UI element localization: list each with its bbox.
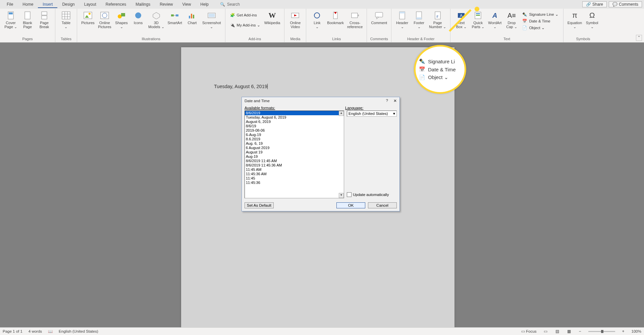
tab-design[interactable]: Design xyxy=(57,1,79,8)
pictures-button[interactable]: Pictures xyxy=(80,10,96,25)
available-formats-listbox[interactable]: ▲ ▼ 8/6/2019Tuesday, August 6, 2019Augus… xyxy=(245,111,344,198)
scroll-up-arrow[interactable]: ▲ xyxy=(339,111,344,116)
icons-button[interactable]: Icons xyxy=(130,10,146,25)
online-video-button[interactable]: OnlineVideo xyxy=(287,10,303,29)
cross-reference-button[interactable]: Cross-reference xyxy=(346,10,364,29)
wikipedia-button[interactable]: WWikipedia xyxy=(263,10,282,25)
online-pictures-button[interactable]: OnlinePictures xyxy=(97,10,113,29)
my-addins-button[interactable]: 🔌My Add-ins ⌄ xyxy=(228,22,262,28)
tab-file[interactable]: File xyxy=(2,1,18,8)
group-label-text: Text xyxy=(453,36,560,42)
link-button[interactable]: Link⌄ xyxy=(309,10,325,29)
group-comments: Comment Comments xyxy=(367,9,391,42)
tab-insert[interactable]: Insert xyxy=(38,1,57,8)
share-label: Share xyxy=(592,2,603,7)
blank-page-button[interactable]: BlankPage xyxy=(19,10,36,29)
dialog-help-button[interactable]: ? xyxy=(386,98,388,103)
web-layout-button[interactable]: ▦ xyxy=(566,329,572,334)
zoom-level[interactable]: 100% xyxy=(632,329,641,333)
format-option[interactable]: 8.6.2019 xyxy=(245,137,344,141)
get-addins-button[interactable]: 🧩Get Add-ins xyxy=(228,12,262,18)
scroll-down-arrow[interactable]: ▼ xyxy=(339,193,344,198)
focus-mode-button[interactable]: ▭ Focus xyxy=(521,329,537,334)
tab-mailings[interactable]: Mailings xyxy=(131,1,155,8)
tab-layout[interactable]: Layout xyxy=(79,1,101,8)
svg-rect-5 xyxy=(62,12,70,19)
footer-button[interactable]: Footer⌄ xyxy=(411,10,427,29)
set-as-default-button[interactable]: Set As Default xyxy=(245,202,274,208)
tell-me-search[interactable]: 🔍 Search xyxy=(220,2,240,7)
format-option[interactable]: 11:45 xyxy=(245,176,344,181)
format-option[interactable]: Aug. 6, 19 xyxy=(245,141,344,146)
wordart-button[interactable]: AWordArt⌄ xyxy=(487,10,503,29)
zoom-slider[interactable] xyxy=(588,331,615,332)
group-links: Link⌄ Bookmark Cross-reference Links xyxy=(306,9,367,42)
calendar-icon: 📅 xyxy=(522,19,527,23)
cancel-button[interactable]: Cancel xyxy=(368,202,397,208)
format-option[interactable]: 11:45:36 AM xyxy=(245,172,344,176)
format-option[interactable]: 11:45:36 xyxy=(245,181,344,185)
format-option[interactable]: Tuesday, August 6, 2019 xyxy=(245,115,344,120)
status-language[interactable]: English (United States) xyxy=(59,329,98,333)
status-words[interactable]: 4 words xyxy=(29,329,42,333)
drop-cap-button[interactable]: A≡DropCap ⌄ xyxy=(503,10,520,29)
status-page[interactable]: Page 1 of 1 xyxy=(3,329,22,333)
format-option[interactable]: 8/6/2019 xyxy=(245,111,344,115)
cover-page-button[interactable]: CoverPage ⌄ xyxy=(3,10,19,29)
format-option[interactable]: August 19 xyxy=(245,150,344,154)
bookmark-button[interactable]: Bookmark xyxy=(326,10,345,25)
chart-button[interactable]: Chart xyxy=(184,10,200,25)
svg-rect-16 xyxy=(121,13,125,16)
3d-models-button[interactable]: 3DModels ⌄ xyxy=(147,10,166,29)
format-option[interactable]: 2019-08-06 xyxy=(245,128,344,133)
page-number-button[interactable]: #PageNumber ⌄ xyxy=(428,10,447,29)
share-button[interactable]: 🔗 Share xyxy=(582,1,607,7)
ok-button[interactable]: OK xyxy=(336,202,365,208)
equation-button[interactable]: πEquation⌄ xyxy=(566,10,583,29)
format-option[interactable]: 8/6/2019 11:45 AM xyxy=(245,159,344,163)
tab-view[interactable]: View xyxy=(178,1,196,8)
format-option[interactable]: 11:45 AM xyxy=(245,168,344,172)
zoom-out-button[interactable]: − xyxy=(578,329,582,334)
language-select[interactable]: English (United States) ▾ xyxy=(347,111,397,117)
format-option[interactable]: Aug-19 xyxy=(245,154,344,159)
print-layout-button[interactable]: ▤ xyxy=(554,329,560,334)
date-time-button[interactable]: 📅Date & Time xyxy=(520,18,560,24)
format-option[interactable]: 8/6/2019 11:45:36 AM xyxy=(245,163,344,168)
tab-review[interactable]: Review xyxy=(155,1,177,8)
svg-rect-4 xyxy=(42,16,47,19)
format-option[interactable]: 6-Aug-19 xyxy=(245,133,344,137)
group-symbols: πEquation⌄ ΩSymbol⌄ Symbols xyxy=(564,9,603,42)
tab-references[interactable]: References xyxy=(101,1,131,8)
svg-rect-44 xyxy=(476,13,480,14)
proofing-icon[interactable]: 📖 xyxy=(48,329,53,334)
format-option[interactable]: 6 August 2019 xyxy=(245,146,344,150)
comment-button[interactable]: Comment xyxy=(370,10,388,25)
symbol-button[interactable]: ΩSymbol⌄ xyxy=(584,10,600,29)
group-media: OnlineVideo Media xyxy=(284,9,306,42)
read-mode-button[interactable]: ▭ xyxy=(543,329,548,334)
svg-marker-34 xyxy=(377,17,379,19)
table-button[interactable]: Table⌄ xyxy=(58,10,74,29)
quick-parts-button[interactable]: QuickParts ⌄ xyxy=(470,10,486,29)
update-automatically-checkbox[interactable]: Update automatically xyxy=(347,192,397,197)
svg-rect-1 xyxy=(9,12,13,14)
tab-home[interactable]: Home xyxy=(18,1,38,8)
screenshot-button[interactable]: Screenshot⌄ xyxy=(201,10,222,29)
tab-help[interactable]: Help xyxy=(196,1,213,8)
signature-icon: ✒️ xyxy=(522,12,527,17)
signature-line-button[interactable]: ✒️Signature Line ⌄ xyxy=(520,11,560,17)
header-button[interactable]: Header⌄ xyxy=(394,10,410,29)
object-button[interactable]: 📄Object ⌄ xyxy=(520,25,560,31)
share-icon: 🔗 xyxy=(586,2,591,7)
format-option[interactable]: August 6, 2019 xyxy=(245,120,344,124)
chevron-down-icon: ▾ xyxy=(393,111,395,116)
comments-button[interactable]: 💬 Comments xyxy=(609,1,642,7)
format-option[interactable]: 8/6/19 xyxy=(245,124,344,128)
shapes-button[interactable]: Shapes⌄ xyxy=(113,10,129,29)
smartart-button[interactable]: SmartArt xyxy=(166,10,183,25)
collapse-ribbon-button[interactable]: ⌃ xyxy=(636,35,642,41)
page-break-button[interactable]: PageBreak xyxy=(36,10,52,29)
zoom-in-button[interactable]: + xyxy=(621,329,626,334)
dialog-close-button[interactable]: ✕ xyxy=(393,98,397,103)
